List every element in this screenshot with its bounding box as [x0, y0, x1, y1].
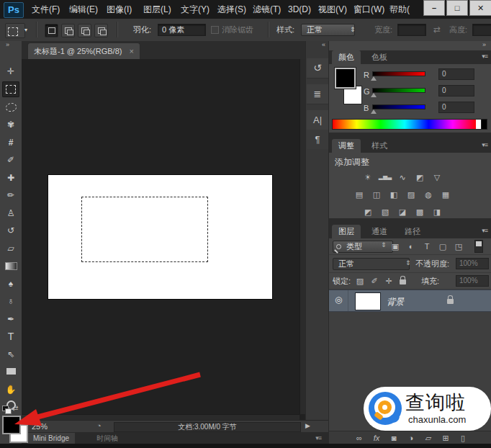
adobe-drive-icon[interactable]: ◔ [96, 421, 102, 430]
selection-intersect-button[interactable] [94, 24, 108, 37]
black-white-icon[interactable]: ◧ [387, 189, 401, 200]
layer-name[interactable]: 背景 [387, 296, 404, 308]
minimize-button[interactable]: – [423, 0, 445, 16]
channel-g-slider[interactable] [372, 88, 425, 93]
menu-type[interactable]: 文字(Y) [178, 0, 212, 19]
style-select-arrows-icon[interactable]: ⇕ [350, 19, 356, 41]
layer-filter-toggle[interactable] [474, 240, 483, 253]
dodge-tool[interactable]: ♁ [2, 293, 19, 309]
spectrum-black-swatch[interactable] [482, 119, 487, 130]
swap-dimensions-icon[interactable]: ⇄ [433, 19, 441, 41]
zoom-level[interactable]: 25% [32, 422, 48, 431]
exposure-icon[interactable]: ◩ [413, 171, 427, 183]
channel-b-value[interactable]: 0 [438, 102, 474, 113]
tab-layers[interactable]: 图层 [332, 225, 361, 238]
lock-paint-icon[interactable]: ✐ [369, 275, 379, 287]
properties-panel-icon[interactable]: ≣ [307, 84, 328, 104]
hue-saturation-icon[interactable]: ▤ [352, 189, 366, 200]
tab-mini-bridge[interactable]: Mini Bridge [27, 433, 75, 444]
tab-adjustments[interactable]: 调整 [332, 139, 361, 153]
gradient-map-icon[interactable]: ◨ [430, 206, 444, 218]
filter-type-layers-icon[interactable]: T [421, 241, 433, 252]
color-spectrum-ramp[interactable] [332, 119, 477, 130]
tab-channels[interactable]: 通道 [365, 225, 394, 238]
swap-colors-icon[interactable]: ⇄ [12, 404, 18, 412]
menu-select[interactable]: 选择(S) [215, 0, 249, 19]
menu-edit[interactable]: 编辑(E) [66, 0, 101, 19]
eraser-tool[interactable]: ▱ [2, 241, 19, 256]
menu-view[interactable]: 视图(V) [315, 0, 350, 19]
channel-r-value[interactable]: 0 [438, 68, 474, 80]
color-balance-icon[interactable]: ◫ [369, 189, 384, 200]
fill-value[interactable]: 100% [456, 275, 489, 287]
panel-foreground-swatch[interactable] [335, 68, 356, 89]
layer-thumbnail[interactable] [355, 292, 381, 310]
new-layer-icon[interactable]: ⊞ [438, 432, 453, 444]
channel-mixer-icon[interactable]: ◍ [421, 189, 436, 200]
document-tab-close-icon[interactable]: × [129, 47, 133, 55]
move-tool[interactable]: ✛ [2, 63, 19, 79]
menu-3d[interactable]: 3D(D) [285, 0, 314, 19]
channel-r-slider[interactable] [372, 71, 425, 76]
tab-styles[interactable]: 样式 [365, 139, 394, 153]
invert-icon[interactable]: ◩ [361, 206, 375, 218]
paragraph-panel-icon[interactable]: ¶ [307, 130, 328, 149]
character-panel-icon[interactable]: A| [307, 110, 328, 130]
filter-adjustment-layers-icon[interactable]: ◐ [405, 241, 417, 252]
delete-layer-icon[interactable]: ▯ [456, 432, 470, 444]
levels-icon[interactable]: ▂▅▃ [378, 171, 392, 183]
blur-tool[interactable]: ♠ [2, 276, 19, 292]
tab-swatches[interactable]: 色板 [365, 50, 394, 64]
blend-mode-select[interactable]: 正常 [333, 258, 410, 270]
style-select[interactable]: 正常 [301, 24, 355, 36]
rectangular-marquee-tool[interactable] [2, 81, 19, 97]
history-panel-icon[interactable]: ↺ [307, 58, 328, 79]
channel-b-slider-thumb[interactable] [371, 109, 377, 114]
path-selection-tool[interactable]: ⇖ [2, 346, 19, 362]
lock-move-icon[interactable]: ✛ [384, 275, 394, 287]
bottom-panel-menu-icon[interactable]: ▾≡ [315, 434, 321, 442]
curves-icon[interactable]: ∿ [395, 171, 410, 183]
brightness-contrast-icon[interactable]: ☀ [361, 171, 375, 183]
menu-file[interactable]: 文件(F) [29, 0, 63, 19]
layer-visibility-eye-icon[interactable]: ◎ [335, 295, 342, 305]
selection-new-button[interactable] [45, 24, 58, 37]
maximize-button[interactable]: □ [446, 0, 468, 16]
rectangle-tool[interactable] [2, 364, 19, 380]
channel-g-value[interactable]: 0 [438, 85, 474, 97]
opacity-value[interactable]: 100% [456, 258, 489, 269]
document-info[interactable]: 文档:3.00M/0 字节 [114, 422, 301, 432]
dock-collapse-icon[interactable]: » [482, 41, 486, 48]
eyedropper-tool[interactable]: ✐ [2, 152, 19, 168]
default-colors-button[interactable] [2, 406, 11, 413]
tab-color[interactable]: 颜色 [332, 50, 361, 64]
history-brush-tool[interactable]: ↺ [2, 223, 19, 238]
new-group-icon[interactable]: ▱ [421, 432, 436, 444]
link-layers-icon[interactable]: ∞ [352, 432, 366, 444]
posterize-icon[interactable]: ▧ [378, 206, 392, 218]
feather-input[interactable]: 0 像素 [158, 24, 206, 36]
canvas-pasteboard[interactable] [22, 59, 305, 420]
threshold-icon[interactable]: ◪ [395, 206, 410, 218]
filter-select-arrows-icon[interactable]: ⇕ [381, 241, 387, 248]
selection-add-button[interactable] [61, 24, 75, 37]
adjustments-menu-icon[interactable]: ▾≡ [482, 141, 487, 148]
width-input[interactable] [397, 24, 426, 36]
selection-subtract-button[interactable] [78, 24, 91, 37]
hand-tool[interactable]: ✋ [2, 382, 19, 398]
marquee-selection[interactable] [81, 197, 208, 262]
tab-paths[interactable]: 路径 [398, 225, 427, 238]
height-input[interactable] [472, 24, 491, 36]
lasso-tool[interactable] [2, 99, 19, 115]
layer-row-background[interactable]: ◎ 背景 [329, 290, 491, 312]
strip-collapse-icon[interactable]: « [322, 41, 325, 48]
foreground-color-swatch[interactable] [2, 416, 21, 434]
layers-menu-icon[interactable]: ▾≡ [482, 227, 487, 234]
type-tool[interactable]: T [2, 328, 19, 344]
adjustment-layer-icon[interactable]: ◑ [404, 432, 418, 444]
clone-stamp-tool[interactable]: ♙ [2, 205, 19, 221]
document-canvas[interactable] [48, 175, 272, 299]
brush-tool[interactable]: ✏ [2, 187, 19, 203]
channel-b-slider[interactable] [372, 104, 425, 109]
menu-image[interactable]: 图像(I) [104, 0, 135, 19]
